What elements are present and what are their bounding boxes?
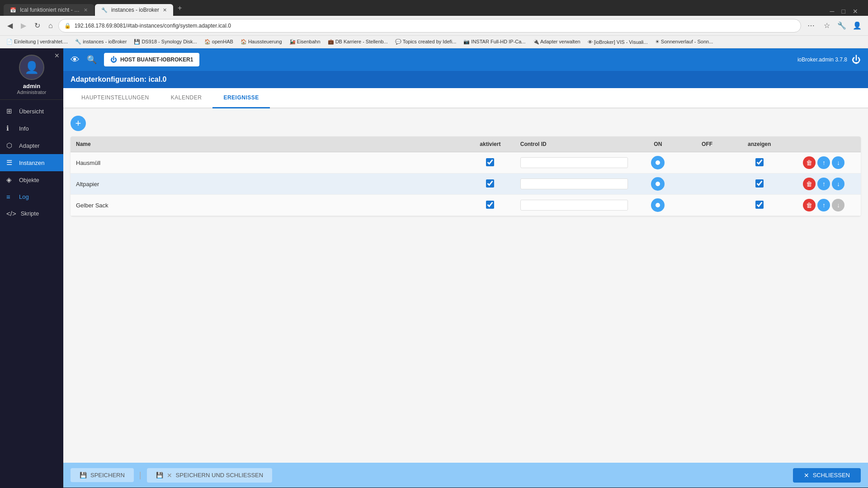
move-down-button-disabled[interactable]: ↓: [832, 199, 844, 211]
row-anzeigen: [731, 174, 787, 195]
bookmark-item-10[interactable]: 🔌 Adapter verwalten: [529, 38, 584, 46]
bookmark-item-7[interactable]: 💼 DB Karriere - Stellenb...: [324, 38, 392, 46]
row-on: [633, 174, 683, 195]
row-off: [683, 174, 732, 195]
search-icon[interactable]: 🔍: [87, 55, 97, 65]
sidebar-item-log[interactable]: ≡ Log: [0, 188, 63, 205]
col-aktiviert: aktiviert: [466, 136, 515, 152]
bookmark-item-12[interactable]: ☀ Sonnenverlauf - Sonn...: [651, 38, 717, 46]
move-up-button[interactable]: ↑: [817, 156, 830, 169]
sidebar-item-objekte[interactable]: ◈ Objekte: [0, 171, 63, 188]
row-aktiviert: [466, 195, 515, 216]
delete-button[interactable]: 🗑: [803, 156, 816, 169]
tab-ereignisse[interactable]: EREIGNISSE: [212, 88, 269, 108]
row-on: [633, 195, 683, 216]
sidebar-close-icon[interactable]: ✕: [54, 52, 60, 59]
nav-forward-button[interactable]: ▶: [18, 19, 29, 32]
bookmark-star-button[interactable]: ☆: [821, 19, 833, 32]
anzeigen-checkbox[interactable]: [755, 201, 764, 209]
restore-icon[interactable]: □: [839, 7, 848, 16]
sidebar: ✕ 👤 admin Administrator ⊞ Übersicht ℹ In…: [0, 48, 63, 488]
save-button[interactable]: 💾 SPEICHERN: [71, 468, 134, 482]
col-actions: [787, 136, 861, 152]
bookmark-item-3[interactable]: 💾 DS918 - Synology Disk...: [130, 38, 200, 46]
move-up-button[interactable]: ↑: [817, 178, 830, 190]
save-close-label: SPEICHERN UND SCHLIESSEN: [176, 472, 264, 479]
bookmark-item-1[interactable]: 📄 Einleitung | verdrahtet....: [3, 38, 71, 46]
control-id-input[interactable]: [520, 200, 628, 211]
page-header: Adapterkonfiguration: ical.0: [63, 71, 868, 88]
anzeigen-checkbox[interactable]: [755, 158, 764, 166]
bookmarks-bar: 📄 Einleitung | verdrahtet.... 🔧 instance…: [0, 36, 868, 48]
bookmark-item-8[interactable]: 💬 Topics created by Idefi...: [392, 38, 460, 46]
save-close-icon: 💾: [156, 472, 163, 479]
row-control-id[interactable]: [515, 174, 633, 195]
browser-tab-inactive[interactable]: 📅 Ical funktioniert nicht - keine E... ✕: [4, 4, 94, 16]
close-label: SCHLIESSEN: [813, 472, 850, 479]
sidebar-item-skripte[interactable]: </> Skripte: [0, 205, 63, 222]
row-actions: 🗑 ↑ ↓: [787, 174, 861, 195]
bookmark-item-2[interactable]: 🔧 instances - ioBroker: [71, 38, 130, 46]
host-badge[interactable]: ⏻ HOST BUANET-IOBROKER1: [104, 53, 199, 66]
on-blue-dot[interactable]: [651, 177, 665, 191]
sidebar-item-instanzen[interactable]: ☰ Instanzen: [0, 154, 63, 171]
control-id-input[interactable]: [520, 178, 628, 189]
col-on: ON: [633, 136, 683, 152]
address-bar[interactable]: 🔒 192.168.178.69:8081/#tab-instances/con…: [58, 19, 801, 33]
sidebar-item-info[interactable]: ℹ Info: [0, 120, 63, 137]
page-title: Adapterkonfiguration: ical.0: [71, 75, 166, 83]
save-close-button[interactable]: 💾 ✕ SPEICHERN UND SCHLIESSEN: [147, 468, 273, 483]
col-name: Name: [71, 136, 466, 152]
power-button-icon[interactable]: ⏻: [852, 55, 861, 65]
sidebar-item-adapter[interactable]: ⬡ Adapter: [0, 137, 63, 154]
bookmark-item-5[interactable]: 🏠 Haussteuerung: [237, 38, 286, 46]
row-control-id[interactable]: [515, 195, 633, 216]
objekte-icon: ◈: [6, 176, 14, 184]
browser-tab-active[interactable]: 🔧 instances - ioBroker ✕: [95, 4, 173, 16]
on-blue-dot[interactable]: [651, 198, 665, 212]
close-tab-icon[interactable]: ✕: [84, 7, 88, 13]
adapter-icon: ⬡: [6, 141, 14, 150]
delete-button[interactable]: 🗑: [803, 199, 816, 211]
control-id-input[interactable]: [520, 157, 628, 168]
on-blue-dot[interactable]: [651, 156, 665, 169]
anzeigen-checkbox[interactable]: [755, 179, 764, 188]
nav-home-button[interactable]: ⌂: [46, 20, 56, 32]
move-up-button[interactable]: ↑: [817, 199, 830, 211]
table-row: Hausmüll: [71, 152, 861, 174]
sidebar-item-uebersicht[interactable]: ⊞ Übersicht: [0, 103, 63, 120]
top-bar-right: ioBroker.admin 3.7.8 ⏻: [797, 55, 861, 65]
row-actions: 🗑 ↑ ↓: [787, 195, 861, 216]
delete-button[interactable]: 🗑: [803, 178, 816, 190]
sidebar-item-label: Instanzen: [19, 160, 44, 166]
row-control-id[interactable]: [515, 152, 633, 174]
extension-person-icon[interactable]: 👤: [851, 19, 863, 32]
bookmark-item-9[interactable]: 📷 INSTAR Full-HD IP-Ca...: [460, 38, 529, 46]
aktiviert-checkbox[interactable]: [486, 201, 494, 209]
row-anzeigen: [731, 195, 787, 216]
minimize-icon[interactable]: ─: [827, 7, 837, 16]
move-down-button[interactable]: ↓: [832, 178, 844, 190]
tab-kalender[interactable]: KALENDER: [160, 88, 213, 108]
save-icon: 💾: [80, 472, 87, 479]
close-tab-active-icon[interactable]: ✕: [163, 7, 167, 13]
close-button[interactable]: ✕ SCHLIESSEN: [793, 468, 861, 483]
move-down-button[interactable]: ↓: [832, 156, 844, 169]
extension-iobroker-icon[interactable]: 🔧: [835, 19, 848, 32]
browser-menu-button[interactable]: ⋯: [804, 19, 818, 32]
tab-haupteinstellungen[interactable]: HAUPTEINSTELLUNGEN: [71, 88, 160, 108]
nav-back-button[interactable]: ◀: [5, 19, 15, 32]
host-label: HOST BUANET-IOBROKER1: [120, 56, 193, 63]
new-tab-button[interactable]: +: [174, 2, 185, 14]
nav-refresh-button[interactable]: ↻: [32, 19, 43, 32]
add-row-button[interactable]: +: [71, 116, 86, 131]
aktiviert-checkbox[interactable]: [486, 158, 494, 166]
close-window-icon[interactable]: ✕: [850, 7, 861, 16]
bookmark-item-4[interactable]: 🏠 openHAB: [201, 38, 237, 46]
bookmark-item-6[interactable]: 🚂 Eisenbahn: [286, 38, 324, 46]
eye-icon[interactable]: 👁: [71, 55, 80, 65]
aktiviert-checkbox[interactable]: [486, 179, 494, 188]
power-icon: ⏻: [110, 56, 117, 63]
bookmark-item-11[interactable]: 👁 [ioBroker] VIS - Visuali...: [584, 38, 651, 46]
lock-icon: 🔒: [64, 23, 71, 29]
